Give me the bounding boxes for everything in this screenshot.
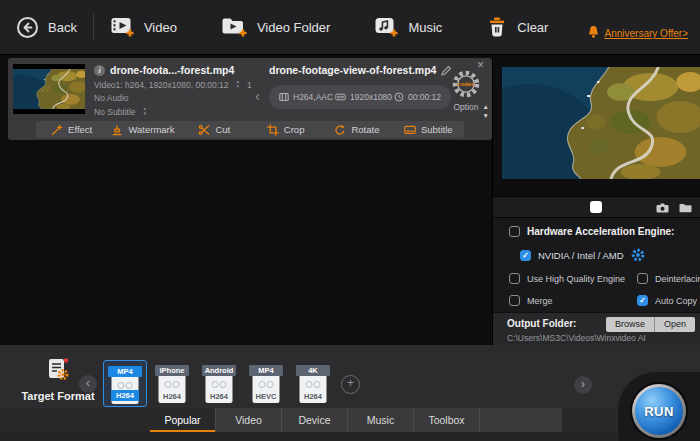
gpu-settings-gear-icon[interactable] xyxy=(631,248,645,262)
tab-video[interactable]: Video xyxy=(216,408,282,432)
tab-toolbox[interactable]: Toolbox xyxy=(414,408,480,432)
info-icon[interactable]: i xyxy=(94,65,105,76)
back-arrow-icon xyxy=(16,16,39,39)
bell-icon xyxy=(587,25,600,39)
remove-file-icon[interactable]: × xyxy=(477,59,484,71)
add-music-label: Music xyxy=(408,20,442,35)
clock-icon xyxy=(394,92,404,102)
merge-label: Merge xyxy=(527,296,553,306)
file-list-area: i drone-foota...-forest.mp4 Video1: h264… xyxy=(0,55,492,345)
cut-tool-button[interactable]: Cut xyxy=(179,124,250,136)
watermark-tool-button[interactable]: Watermark xyxy=(107,124,178,136)
snapshot-camera-icon[interactable] xyxy=(656,203,669,213)
anniversary-offer-link[interactable]: Anniversary Offer> xyxy=(587,25,688,39)
edit-toolbar: Effect Watermark Cut xyxy=(36,121,464,138)
clear-label: Clear xyxy=(517,20,548,35)
add-video-button[interactable]: Video xyxy=(110,16,177,39)
run-button[interactable]: RUN xyxy=(630,382,688,440)
trash-icon xyxy=(486,16,508,39)
format-item-mp4-h264[interactable]: MP4 H264 xyxy=(103,360,147,407)
video-folder-icon xyxy=(221,16,248,39)
top-toolbar: Back Video xyxy=(0,0,700,55)
offer-label: Anniversary Offer> xyxy=(605,28,688,39)
browse-button[interactable]: Browse xyxy=(606,317,655,332)
add-video-icon xyxy=(110,16,135,39)
hardware-accel-checkbox[interactable] xyxy=(509,226,520,237)
gpu-checkbox[interactable]: ✓ xyxy=(520,250,531,261)
right-panel: Hardware Acceleration Engine: ✓ NVIDIA /… xyxy=(492,55,700,345)
format-list: MP4 H264 iPhone H264 Android H264 MP4 H xyxy=(103,360,335,407)
merge-checkbox[interactable] xyxy=(509,295,520,306)
video-track-info: Video1: h264, 1920x1080, 00:00:12 xyxy=(94,80,229,90)
back-label: Back xyxy=(48,20,77,35)
deinterlacing-checkbox[interactable] xyxy=(637,273,648,284)
reorder-arrows: ▲ ▼ xyxy=(483,104,489,119)
film-reel-icon xyxy=(306,381,321,388)
output-codec: H264,AAC xyxy=(293,92,333,102)
add-video-folder-label: Video Folder xyxy=(257,20,330,35)
tab-popular[interactable]: Popular xyxy=(150,408,216,432)
move-down-icon[interactable]: ▼ xyxy=(483,113,489,119)
subtitle-track-info: No Subtitle xyxy=(94,107,136,117)
output-folder-label: Output Folder: xyxy=(507,318,576,329)
snapshot-folder-icon[interactable] xyxy=(679,203,692,213)
output-resolution: 1920x1080 xyxy=(350,92,392,102)
collapse-chevron-icon[interactable]: ‹ xyxy=(255,88,260,103)
film-reel-icon xyxy=(212,381,227,388)
preview-area xyxy=(493,55,700,196)
auto-copy-label: Auto Copy xyxy=(655,296,697,306)
output-folder-path: C:\Users\MS3C\Videos\Winxvideo AI xyxy=(507,333,646,343)
scroll-formats-right-button[interactable]: › xyxy=(574,376,592,394)
tab-device[interactable]: Device xyxy=(282,408,348,432)
clear-button[interactable]: Clear xyxy=(486,16,548,39)
output-file-name: drone-footage-view-of-forest.mp4 xyxy=(269,64,436,76)
track-number: 1 xyxy=(247,80,252,90)
subtitle-tool-button[interactable]: Subtitle xyxy=(393,124,464,136)
format-item-android-h264[interactable]: Android H264 xyxy=(197,360,241,407)
add-music-button[interactable]: Music xyxy=(374,16,442,39)
audio-track-info: No Audio xyxy=(94,93,129,103)
scroll-formats-left-button[interactable]: ‹ xyxy=(79,375,97,393)
add-video-folder-button[interactable]: Video Folder xyxy=(221,16,330,39)
output-folder-section: Output Folder: Browse Open C:\Users\MS3C… xyxy=(493,312,700,345)
format-item-4k-h264[interactable]: 4K H264 xyxy=(291,360,335,407)
stop-button[interactable] xyxy=(590,201,602,213)
codec-film-icon xyxy=(279,92,289,102)
hardware-accel-label: Hardware Acceleration Engine: xyxy=(527,226,674,237)
effect-tool-button[interactable]: Effect xyxy=(36,124,107,136)
video-thumbnail[interactable] xyxy=(13,64,85,114)
resolution-icon xyxy=(335,92,346,102)
gpu-label: NVIDIA / Intel / AMD xyxy=(538,250,624,261)
film-reel-icon xyxy=(165,381,180,388)
output-duration: 00:00:12 xyxy=(408,92,441,102)
source-info-block: i drone-foota...-forest.mp4 Video1: h264… xyxy=(94,64,256,117)
run-label: RUN xyxy=(644,404,674,419)
engine-options: Hardware Acceleration Engine: ✓ NVIDIA /… xyxy=(493,218,700,312)
svg-text:codec: codec xyxy=(457,81,475,87)
source-file-name: drone-foota...-forest.mp4 xyxy=(110,64,234,76)
subtitle-track-dropdown[interactable]: ▲ ▼ xyxy=(143,107,147,116)
add-video-label: Video xyxy=(144,20,177,35)
option-gear-icon[interactable]: codec xyxy=(451,69,481,99)
back-button[interactable]: Back xyxy=(16,16,77,39)
move-up-icon[interactable]: ▲ xyxy=(483,104,489,110)
auto-copy-checkbox[interactable]: ✓ xyxy=(637,295,648,306)
output-info-block: drone-footage-view-of-forest.mp4 xyxy=(269,64,451,109)
add-format-button[interactable]: + xyxy=(341,375,360,394)
bottom-edge-strip xyxy=(0,432,700,441)
format-item-mp4-hevc[interactable]: MP4 HEVC xyxy=(244,360,288,407)
add-media-group: Video Video Folder xyxy=(110,16,549,39)
format-item-iphone-h264[interactable]: iPhone H264 xyxy=(150,360,194,407)
film-reel-icon xyxy=(118,382,133,389)
preview-video-frame[interactable] xyxy=(502,67,700,179)
crop-tool-button[interactable]: Crop xyxy=(250,124,321,136)
tab-music[interactable]: Music xyxy=(348,408,414,432)
format-category-tabs: Popular Video Device Music Toolbox xyxy=(150,408,562,432)
add-music-icon xyxy=(374,16,399,39)
target-format-label: Target Format xyxy=(8,390,108,402)
video-track-dropdown[interactable]: ▲ ▼ xyxy=(236,80,240,89)
high-quality-checkbox[interactable] xyxy=(509,273,520,284)
rotate-tool-button[interactable]: Rotate xyxy=(321,124,392,136)
toolbar-divider xyxy=(93,14,94,40)
open-button[interactable]: Open xyxy=(655,317,695,332)
